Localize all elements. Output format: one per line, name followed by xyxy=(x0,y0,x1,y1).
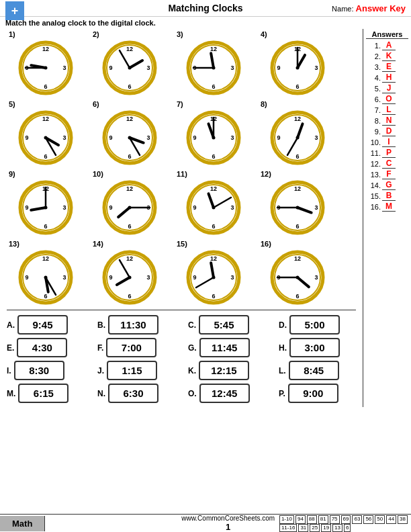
answer-item-11: 11.P xyxy=(366,148,408,158)
digital-letter-10: K. xyxy=(188,366,196,375)
svg-text:6: 6 xyxy=(295,223,299,230)
svg-text:12: 12 xyxy=(126,255,132,262)
svg-text:6: 6 xyxy=(212,223,215,230)
stat-cell: 75 xyxy=(330,515,340,523)
svg-point-53 xyxy=(128,136,131,140)
clock-face-5: 12369 xyxy=(16,108,75,167)
digital-time-2: 5:45 xyxy=(199,315,249,335)
stat-cell: 88 xyxy=(307,515,317,523)
stat-cell: 38 xyxy=(398,515,408,523)
svg-text:6: 6 xyxy=(212,153,215,160)
answer-num-12: 12. xyxy=(366,160,381,168)
svg-point-98 xyxy=(212,206,215,210)
answer-num-1: 1. xyxy=(366,42,381,50)
clock-item-5: 5) 12369 xyxy=(3,100,87,167)
svg-text:12: 12 xyxy=(42,116,48,122)
answer-item-10: 10.I xyxy=(366,137,408,147)
answer-key-label: Answer Key xyxy=(356,3,406,13)
digital-letter-9: J. xyxy=(97,366,104,375)
svg-text:6: 6 xyxy=(44,223,47,230)
svg-point-89 xyxy=(128,206,131,210)
answer-val-8: N xyxy=(382,116,396,126)
clock-face-15: 12369 xyxy=(184,248,243,307)
digital-item-D: D.5:00 xyxy=(279,315,366,335)
digital-time-11: 8:45 xyxy=(289,361,339,380)
clock-face-16: 12369 xyxy=(268,248,327,307)
digital-item-I: I.8:30 xyxy=(7,361,94,380)
svg-text:6: 6 xyxy=(128,223,131,230)
digital-time-4: 4:30 xyxy=(17,338,67,357)
answer-val-10: I xyxy=(382,137,396,147)
answer-num-5: 5. xyxy=(366,85,381,93)
svg-text:3: 3 xyxy=(314,274,318,281)
svg-text:3: 3 xyxy=(314,204,318,211)
answer-num-7: 7. xyxy=(366,106,381,114)
clocks-area: 1) 12369 2) 12369 3) 12369 4) 12369 5) 1… xyxy=(0,29,363,407)
digital-letter-6: G. xyxy=(188,343,197,353)
clock-item-9: 9) 12369 xyxy=(3,170,87,237)
svg-point-116 xyxy=(44,276,47,279)
svg-text:6: 6 xyxy=(128,293,131,300)
answer-num-11: 11. xyxy=(366,149,381,157)
clock-item-10: 10) 12369 xyxy=(87,170,171,237)
digital-letter-3: D. xyxy=(279,320,287,330)
svg-text:6: 6 xyxy=(44,83,47,90)
clock-face-7: 12369 xyxy=(184,108,243,167)
answer-item-1: 1.A xyxy=(366,40,408,50)
clock-label-7: 7) xyxy=(177,100,183,108)
svg-text:3: 3 xyxy=(62,134,66,141)
svg-text:6: 6 xyxy=(295,83,299,90)
digital-item-B: B.11:30 xyxy=(97,315,185,335)
svg-text:3: 3 xyxy=(314,64,318,71)
svg-point-134 xyxy=(212,276,215,279)
answer-val-5: J xyxy=(382,83,396,93)
svg-text:6: 6 xyxy=(44,293,47,300)
digital-time-6: 11:45 xyxy=(199,338,250,357)
digital-item-O: O.12:45 xyxy=(188,384,275,403)
svg-text:9: 9 xyxy=(109,204,112,211)
digital-item-K: K.12:15 xyxy=(188,361,275,380)
clock-label-10: 10) xyxy=(93,170,103,178)
digital-letter-14: O. xyxy=(188,389,197,398)
digital-letter-13: N. xyxy=(97,389,105,398)
clock-item-8: 8) 12369 xyxy=(255,100,339,167)
answers-sidebar: Answers 1.A2.K3.E4.H5.J6.O7.L8.N9.D10.I1… xyxy=(363,29,411,407)
svg-text:9: 9 xyxy=(193,274,196,281)
answer-num-13: 13. xyxy=(366,171,381,179)
answer-num-9: 9. xyxy=(366,128,381,136)
svg-text:9: 9 xyxy=(277,134,280,141)
answer-num-3: 3. xyxy=(366,63,381,71)
answer-item-2: 2.K xyxy=(366,51,408,61)
svg-text:12: 12 xyxy=(210,255,216,262)
digital-time-7: 3:00 xyxy=(289,338,340,357)
svg-point-107 xyxy=(295,206,299,210)
clock-item-13: 13) 12369 xyxy=(3,240,87,307)
svg-text:6: 6 xyxy=(295,293,299,300)
digital-letter-7: H. xyxy=(279,343,287,353)
digital-time-8: 8:30 xyxy=(14,361,64,380)
svg-text:12: 12 xyxy=(126,46,132,52)
digital-item-H: H.3:00 xyxy=(279,338,366,357)
svg-text:12: 12 xyxy=(210,46,216,52)
answer-num-6: 6. xyxy=(366,95,381,103)
answer-item-5: 5.J xyxy=(366,83,408,93)
clock-label-16: 16) xyxy=(261,240,271,248)
clock-label-11: 11) xyxy=(177,170,187,178)
svg-point-62 xyxy=(212,136,215,140)
clock-label-4: 4) xyxy=(261,30,267,38)
digital-item-M: M.6:15 xyxy=(7,384,94,403)
clock-face-1: 12369 xyxy=(16,38,75,97)
clock-label-13: 13) xyxy=(9,240,19,248)
logo-symbol: + xyxy=(11,4,19,18)
digital-letter-2: C. xyxy=(188,320,196,330)
clock-label-14: 14) xyxy=(93,240,103,248)
digital-item-A: A.9:45 xyxy=(7,315,94,335)
svg-text:9: 9 xyxy=(25,204,28,211)
clock-label-8: 8) xyxy=(261,100,267,108)
answer-val-13: F xyxy=(382,169,396,179)
instructions: Match the analog clock to the digital cl… xyxy=(0,17,411,29)
answer-num-14: 14. xyxy=(366,181,381,189)
clock-item-2: 2) 12369 xyxy=(87,30,171,97)
digital-item-C: C.5:45 xyxy=(188,315,275,335)
clock-label-15: 15) xyxy=(177,240,187,248)
